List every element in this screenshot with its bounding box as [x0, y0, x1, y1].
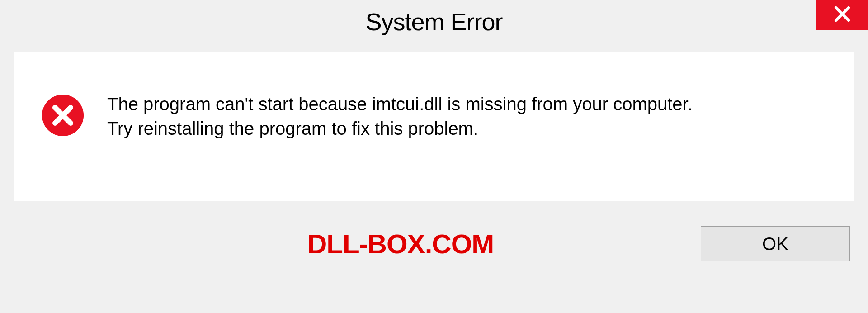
footer: DLL-BOX.COM OK: [14, 226, 854, 261]
titlebar: System Error: [0, 0, 868, 43]
window-title: System Error: [365, 8, 502, 36]
error-message-line1: The program can't start because imtcui.d…: [107, 92, 693, 116]
ok-button[interactable]: OK: [701, 226, 850, 261]
error-message: The program can't start because imtcui.d…: [107, 91, 693, 141]
content-panel: The program can't start because imtcui.d…: [14, 52, 854, 201]
error-message-line2: Try reinstalling the program to fix this…: [107, 116, 693, 141]
close-button[interactable]: [816, 0, 868, 30]
watermark-text: DLL-BOX.COM: [307, 228, 494, 260]
error-icon: [41, 94, 85, 137]
close-icon: [833, 5, 852, 25]
